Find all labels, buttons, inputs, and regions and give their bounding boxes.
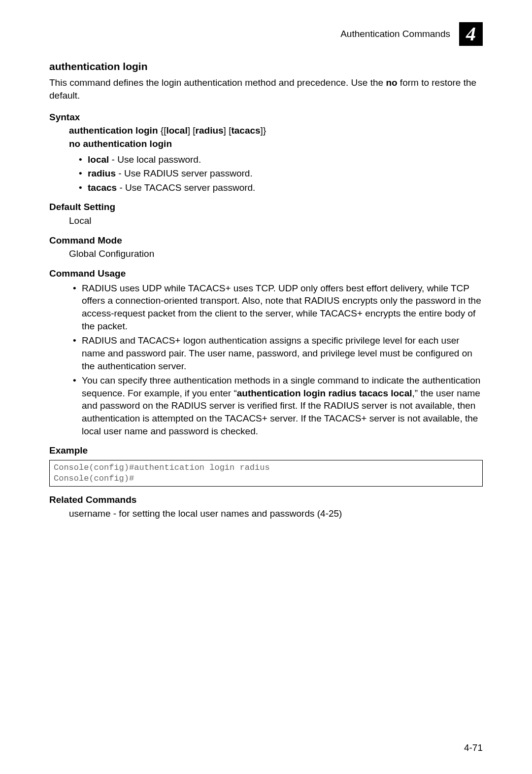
intro-pre: This command defines the login authentic…	[49, 77, 386, 88]
list-item: RADIUS uses UDP while TACACS+ uses TCP. …	[73, 282, 483, 333]
page-header: Authentication Commands 4	[49, 22, 483, 46]
default-setting-heading: Default Setting	[49, 201, 483, 213]
syntax-tacacs: tacacs	[231, 125, 260, 136]
opt-radius-b: radius	[88, 168, 116, 178]
chapter-number: 4	[466, 24, 476, 44]
page-number: 4-71	[464, 741, 483, 754]
related-commands-value: username - for setting the local user na…	[69, 507, 483, 520]
syntax-brace-close: ]}	[261, 125, 266, 136]
syntax-sep1: ] [	[188, 125, 196, 136]
list-item: local - Use local password.	[79, 153, 483, 166]
syntax-local: local	[166, 125, 187, 136]
syntax-line-2: no authentication login	[69, 138, 483, 150]
list-item: RADIUS and TACACS+ logon authentication …	[73, 334, 483, 372]
opt-radius-t: - Use RADIUS server password.	[116, 168, 253, 178]
syntax-sep2: ] [	[224, 125, 232, 136]
section-title: authentication login	[49, 60, 483, 73]
list-item: You can specify three authentication met…	[73, 374, 483, 437]
intro-bold: no	[386, 77, 397, 88]
syntax-heading: Syntax	[49, 111, 483, 124]
default-setting-value: Local	[69, 214, 483, 227]
command-mode-value: Global Configuration	[69, 247, 483, 260]
section-intro: This command defines the login authentic…	[49, 76, 483, 102]
opt-tacacs-t: - Use TACACS server password.	[117, 182, 255, 193]
list-item: tacacs - Use TACACS server password.	[79, 181, 483, 194]
command-usage-list: RADIUS uses UDP while TACACS+ uses TCP. …	[73, 282, 483, 438]
header-title: Authentication Commands	[340, 28, 450, 40]
opt-local-b: local	[88, 154, 109, 165]
syntax-brace-open: {[	[161, 125, 166, 136]
example-heading: Example	[49, 444, 483, 457]
list-item: radius - Use RADIUS server password.	[79, 167, 483, 180]
syntax-no-cmd: no authentication login	[69, 139, 172, 149]
example-code-block: Console(config)#authentication login rad…	[49, 460, 483, 487]
related-commands-heading: Related Commands	[49, 493, 483, 506]
syntax-line-1: authentication login {[local] [radius] […	[69, 124, 483, 137]
syntax-options-list: local - Use local password. radius - Use…	[79, 153, 483, 194]
chapter-number-badge: 4	[459, 22, 483, 46]
opt-tacacs-b: tacacs	[88, 182, 117, 193]
opt-local-t: - Use local password.	[109, 154, 201, 165]
syntax-radius: radius	[196, 125, 224, 136]
usage-1: RADIUS uses UDP while TACACS+ uses TCP. …	[82, 283, 481, 331]
command-usage-heading: Command Usage	[49, 267, 483, 280]
usage-2: RADIUS and TACACS+ logon authentication …	[82, 335, 472, 371]
syntax-cmd: authentication login	[69, 125, 161, 136]
usage-3-bold: authentication login radius tacacs local	[237, 388, 412, 398]
command-mode-heading: Command Mode	[49, 234, 483, 247]
